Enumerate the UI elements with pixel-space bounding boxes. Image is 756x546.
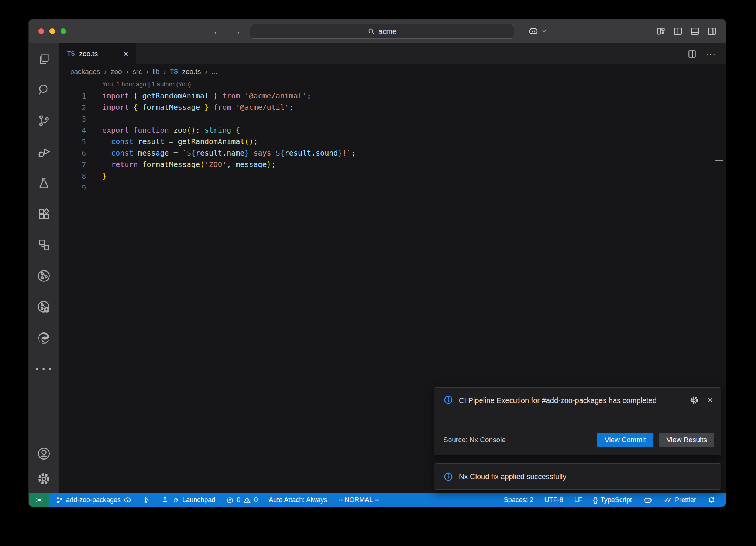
code-line-1[interactable]: 1import { getRandomAnimal } from '@acme/… xyxy=(59,90,726,102)
source-control-graph-status[interactable] xyxy=(142,496,150,504)
indentation-status[interactable]: Spaces: 2 xyxy=(504,496,533,504)
tab-zoo-ts[interactable]: TS zoo.ts × xyxy=(59,43,136,64)
line-number: 8 xyxy=(59,172,92,180)
overview-ruler-marker xyxy=(715,160,723,161)
code-line-8[interactable]: 8} xyxy=(59,170,726,182)
extensions-icon[interactable] xyxy=(29,198,59,229)
vscode-window: ← → acme xyxy=(29,19,726,507)
search-view-icon[interactable] xyxy=(29,74,59,105)
history-back-button[interactable]: ← xyxy=(213,25,222,37)
warning-icon xyxy=(243,496,251,504)
info-icon xyxy=(443,472,453,482)
testing-icon[interactable] xyxy=(29,167,59,198)
more-views-icon[interactable]: • • • xyxy=(29,354,59,385)
gitlens-annotation: You, 1 hour ago | 1 author (You) xyxy=(102,81,191,88)
settings-gear-icon[interactable] xyxy=(29,467,59,490)
toggle-panel-button[interactable] xyxy=(690,26,700,36)
line-number: 4 xyxy=(59,126,92,134)
code-line-text: const result = getRandomAnimal(); xyxy=(92,136,726,147)
tab-close-icon[interactable]: × xyxy=(123,50,128,58)
typescript-file-icon: TS xyxy=(170,68,178,75)
remote-explorer-icon[interactable] xyxy=(29,229,59,260)
auto-attach-status[interactable]: Auto Attach: Always xyxy=(269,496,327,504)
warning-count: 0 xyxy=(254,496,258,504)
eol-status[interactable]: LF xyxy=(574,496,582,504)
edge-tools-icon[interactable] xyxy=(29,323,59,354)
code-line-5[interactable]: 5 const result = getRandomAnimal(); xyxy=(59,136,726,147)
problems-status[interactable]: 0 0 xyxy=(226,496,258,504)
view-commit-button[interactable]: View Commit xyxy=(597,433,653,447)
double-check-icon: ✓✓ xyxy=(664,496,672,504)
breadcrumb-item[interactable]: src xyxy=(133,68,142,76)
notification-toast: CI Pipeline Execution for #add-zoo-packa… xyxy=(434,387,721,455)
copilot-menu-button[interactable] xyxy=(528,19,547,43)
breadcrumb-symbol-more[interactable]: ... xyxy=(212,68,217,76)
line-number: 9 xyxy=(59,184,92,192)
plug-icon xyxy=(172,496,179,504)
code-line-text xyxy=(92,182,726,193)
language-status[interactable]: {} TypeScript xyxy=(593,496,632,504)
code-line-2[interactable]: 2import { formatMessage } from '@acme/ut… xyxy=(59,102,726,113)
notification-source: Source: Nx Console xyxy=(443,436,506,444)
chevron-right-icon: › xyxy=(104,67,107,76)
code-line-7[interactable]: 7 return formatMessage('ZOO', message); xyxy=(59,159,726,170)
history-forward-button[interactable]: → xyxy=(232,25,241,37)
bell-icon xyxy=(707,496,715,504)
line-number: 7 xyxy=(59,161,92,169)
formatter-status[interactable]: ✓✓ Prettier xyxy=(664,496,696,504)
breadcrumb-item[interactable]: lib xyxy=(152,68,159,76)
accounts-icon[interactable] xyxy=(29,447,59,461)
nx-cloud-icon[interactable] xyxy=(29,291,59,323)
customize-layout-button[interactable] xyxy=(656,26,666,36)
zoom-window-button[interactable] xyxy=(61,28,66,34)
code-line-6[interactable]: 6 const message = `${result.name} says $… xyxy=(59,147,726,159)
notifications-bell[interactable] xyxy=(707,496,715,504)
language-label: TypeScript xyxy=(601,496,632,504)
encoding-status[interactable]: UTF-8 xyxy=(544,496,563,504)
git-branch-status[interactable]: add-zoo-packages xyxy=(56,496,131,504)
toggle-primary-sidebar-button[interactable] xyxy=(673,26,683,36)
line-number: 5 xyxy=(59,138,92,146)
indent-guide xyxy=(107,136,107,170)
editor-more-actions-icon[interactable]: ··· xyxy=(706,49,716,59)
command-center-search[interactable]: acme xyxy=(250,24,514,39)
copilot-icon xyxy=(643,495,653,505)
code-line-text: import { formatMessage } from '@acme/uti… xyxy=(92,102,726,113)
close-window-button[interactable] xyxy=(38,28,44,34)
code-line-3[interactable]: 3 xyxy=(59,113,726,124)
vim-mode-status[interactable]: -- NORMAL -- xyxy=(338,496,379,504)
code-line-text: } xyxy=(92,170,726,182)
remote-indicator[interactable]: >< xyxy=(29,493,49,507)
notification-gear-icon[interactable] xyxy=(690,396,699,405)
code-line-9[interactable]: 9 xyxy=(59,182,726,193)
title-bar: ← → acme xyxy=(29,19,726,43)
chevron-right-icon: › xyxy=(205,67,207,76)
copilot-icon xyxy=(528,25,539,37)
tab-bar: TS zoo.ts × ··· xyxy=(59,43,726,64)
notification-close-icon[interactable]: × xyxy=(708,396,713,405)
split-editor-icon[interactable] xyxy=(687,49,697,59)
error-icon xyxy=(226,496,234,504)
breadcrumb-file[interactable]: zoo.ts xyxy=(182,68,201,76)
typescript-file-icon: TS xyxy=(67,51,75,57)
line-number: 3 xyxy=(59,115,92,123)
explorer-icon[interactable] xyxy=(29,43,59,74)
copilot-status[interactable] xyxy=(643,495,653,505)
chevron-down-icon xyxy=(542,28,547,34)
launchpad-status[interactable]: Launchpad xyxy=(161,496,215,504)
info-icon xyxy=(443,395,453,406)
code-line-text: export function zoo(): string { xyxy=(92,124,726,136)
search-icon xyxy=(368,28,375,35)
minimize-window-button[interactable] xyxy=(49,28,55,34)
breadcrumb-item[interactable]: packages xyxy=(70,68,100,76)
notification-toast: Nx Cloud fix applied successfully xyxy=(434,463,721,490)
view-results-button[interactable]: View Results xyxy=(659,433,714,447)
run-debug-icon[interactable] xyxy=(29,136,59,167)
cloud-upload-icon xyxy=(124,496,131,504)
breadcrumb-item[interactable]: zoo xyxy=(111,68,122,76)
source-control-icon[interactable] xyxy=(29,105,59,136)
activity-bar: • • • xyxy=(29,43,59,493)
code-line-4[interactable]: 4export function zoo(): string { xyxy=(59,124,726,136)
nx-console-icon[interactable] xyxy=(29,260,59,291)
toggle-secondary-sidebar-button[interactable] xyxy=(707,26,717,36)
